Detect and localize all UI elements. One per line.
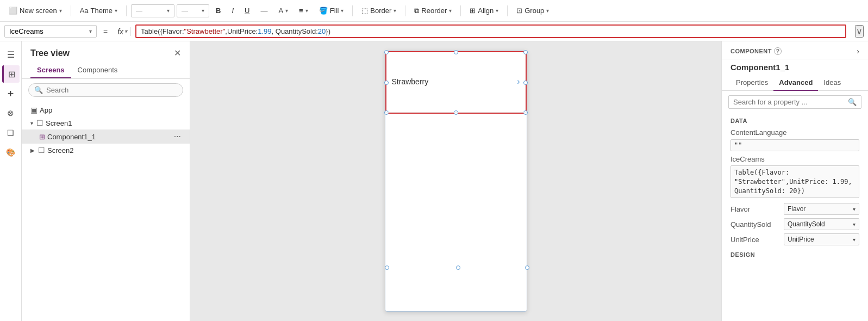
border-label: Border <box>370 7 391 15</box>
canvas-list-item[interactable]: Strawberry › <box>385 51 527 113</box>
font-color-button[interactable]: A ▾ <box>274 4 292 17</box>
tab-properties[interactable]: Properties <box>730 75 773 91</box>
components-button[interactable]: ❑ <box>2 124 20 141</box>
toolbar-separator-4 <box>405 5 405 16</box>
formula-expand-button[interactable]: ∨ <box>855 25 864 38</box>
unit-price-chevron-icon: ▾ <box>853 237 855 243</box>
equals-sign: = <box>101 27 110 36</box>
formula-number-1: 1.99 <box>258 27 271 35</box>
formula-input[interactable]: Table({Flavor: "Strawbetter",UnitPrice: … <box>135 24 846 38</box>
data-button[interactable]: ⊗ <box>2 104 20 122</box>
align2-button[interactable]: ⊞ Align ▾ <box>465 4 503 17</box>
name-box-value: IceCreams <box>9 27 43 35</box>
italic-button[interactable]: I <box>227 4 238 17</box>
canvas-area[interactable]: Strawberry › <box>190 41 721 321</box>
unit-price-select[interactable]: UnitPrice ▾ <box>784 233 859 245</box>
tab-ideas[interactable]: Ideas <box>818 75 846 91</box>
flavor-chevron-icon: ▾ <box>853 206 855 212</box>
data-section-label: DATA <box>722 113 868 126</box>
formula-bar: IceCreams ▾ = fx ▾ Table({Flavor: "Straw… <box>0 22 868 41</box>
formula-plain-1: Table({Flavor: <box>141 27 184 35</box>
fill-icon: 🪣 <box>319 7 328 15</box>
formula-string: "Strawbetter" <box>184 27 226 35</box>
toolbar-separator-1 <box>71 5 71 16</box>
font-color-chevron-icon: ▾ <box>285 8 288 14</box>
phone-handle-bc[interactable] <box>456 266 460 270</box>
flavor-label: Flavor <box>730 205 779 213</box>
tree-items: ▣ App ▾ ☐ Screen1 ⊞ Component1_1 ··· ▶ ☐… <box>22 101 190 159</box>
strikethrough-button[interactable]: — <box>256 4 272 17</box>
screen2-expand-icon: ▶ <box>30 147 35 153</box>
new-screen-label: New screen <box>20 7 57 15</box>
app-icon: ▣ <box>30 106 38 114</box>
align-button[interactable]: ≡ ▾ <box>295 4 313 17</box>
name-box-chevron-icon: ▾ <box>89 28 92 34</box>
border-button[interactable]: ⬚ Border ▾ <box>357 4 401 17</box>
align-icon: ≡ <box>299 7 303 15</box>
reorder-button[interactable]: ⧉ Reorder ▾ <box>410 4 456 17</box>
tab-advanced[interactable]: Advanced <box>773 75 818 91</box>
toolbar-dropdown-2[interactable]: — ▾ <box>177 4 209 17</box>
quantity-chevron-icon: ▾ <box>853 221 855 227</box>
phone-handle-bl[interactable] <box>385 266 389 270</box>
tree-title: Tree view <box>30 48 70 58</box>
search-input[interactable] <box>46 86 177 94</box>
search-property-input[interactable] <box>733 98 845 106</box>
flavor-value: Flavor <box>788 205 805 213</box>
tree-item-component1[interactable]: ⊞ Component1_1 ··· <box>22 129 190 144</box>
fill-button[interactable]: 🪣 Fill ▾ <box>315 4 348 17</box>
italic-label: I <box>232 7 234 15</box>
group-chevron-icon: ▾ <box>546 8 549 14</box>
fx-button[interactable]: fx ▾ <box>114 27 131 36</box>
underline-button[interactable]: U <box>240 4 254 17</box>
reorder-label: Reorder <box>421 7 447 15</box>
layers-button[interactable]: ⊞ <box>2 65 20 83</box>
phone-handle-br2[interactable] <box>525 266 529 270</box>
search-icon: 🔍 <box>34 86 43 94</box>
tree-close-button[interactable]: ✕ <box>174 48 181 58</box>
group-button[interactable]: ⊡ Group ▾ <box>512 4 553 17</box>
component1-icon: ⊞ <box>39 133 45 141</box>
tree-search-box[interactable]: 🔍 <box>28 83 183 97</box>
toolbar-separator-3 <box>352 5 353 16</box>
content-language-row: "" <box>722 138 868 153</box>
canvas-item-chevron-icon: › <box>517 77 520 87</box>
underline-label: U <box>245 7 249 15</box>
strikethrough-icon: — <box>260 7 267 15</box>
search-property-box[interactable]: 🔍 <box>728 95 861 109</box>
right-panel-expand-button[interactable]: › <box>857 47 859 55</box>
bold-label: B <box>216 7 221 15</box>
flavor-select[interactable]: Flavor ▾ <box>784 203 859 215</box>
tree-item-screen2[interactable]: ▶ ☐ Screen2 <box>22 144 190 157</box>
component1-more-icon[interactable]: ··· <box>174 132 181 141</box>
align2-chevron-icon: ▾ <box>496 8 498 14</box>
tree-tabs: Screens Components <box>22 63 190 79</box>
bold-button[interactable]: B <box>211 4 225 17</box>
theme-button-left[interactable]: 🎨 <box>2 144 20 161</box>
tree-item-app[interactable]: ▣ App <box>22 103 190 116</box>
theme-button[interactable]: Aa Theme ▾ <box>76 4 122 17</box>
hamburger-button[interactable]: ☰ <box>2 46 20 63</box>
reorder-icon: ⧉ <box>414 7 419 15</box>
content-language-value[interactable]: "" <box>730 139 859 151</box>
tree-item-label-app: App <box>40 106 181 114</box>
toolbar-dropdown-1[interactable]: — ▾ <box>131 4 174 17</box>
quantity-label: QuantitySold <box>730 220 779 229</box>
formula-plain-4: }) <box>326 27 330 35</box>
right-panel-header: COMPONENT ? › <box>722 41 868 59</box>
screen2-icon: ☐ <box>38 146 45 155</box>
tab-components[interactable]: Components <box>71 63 124 78</box>
add-button[interactable]: + <box>2 85 20 102</box>
new-screen-button[interactable]: ⬜ New screen ▾ <box>4 4 66 17</box>
tree-item-screen1[interactable]: ▾ ☐ Screen1 <box>22 116 190 129</box>
tab-screens[interactable]: Screens <box>30 63 71 78</box>
dropdown1-chevron-icon: ▾ <box>167 8 170 14</box>
formula-number-2: 20 <box>318 27 326 35</box>
name-box[interactable]: IceCreams ▾ <box>4 25 97 38</box>
right-tabs: Properties Advanced Ideas <box>722 75 868 91</box>
quantity-select[interactable]: QuantitySold ▾ <box>784 218 859 230</box>
align-chevron-icon: ▾ <box>305 8 308 14</box>
component-help-icon[interactable]: ? <box>774 47 782 55</box>
ice-creams-value[interactable]: Table({Flavor: "Strawbetter",UnitPrice: … <box>730 165 859 198</box>
left-icon-bar: ☰ ⊞ + ⊗ ❑ 🎨 <box>0 41 22 321</box>
